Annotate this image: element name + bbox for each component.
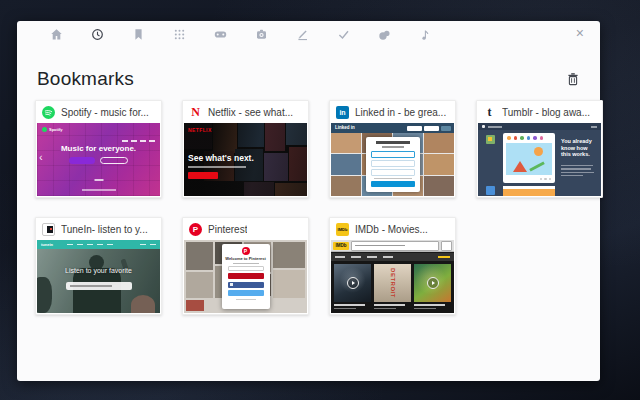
pinterest-logo: P: [242, 247, 250, 255]
tunein-search-bar: [66, 282, 132, 290]
linkedin-logo: Linked in: [335, 125, 355, 130]
pinterest-login-modal: P Welcome to Pinterest: [222, 244, 270, 309]
bookmark-card-tumblr[interactable]: t Tumblr - blog awa... You already know …: [476, 100, 603, 198]
bookmark-title: Netflix - see what...: [208, 107, 293, 118]
imdb-logo: IMDb: [333, 242, 349, 250]
imdb-search-input: [351, 241, 439, 251]
bookmarks-panel: × Bookmarks Spotify - music for... Spoti…: [17, 21, 600, 381]
bookmark-title: Linked in - be grea...: [355, 107, 446, 118]
spotify-footer-line: [82, 189, 116, 191]
tumblr-topbar: [478, 123, 601, 130]
themes-icon[interactable]: [378, 28, 391, 41]
pinterest-twitter-button: [228, 290, 264, 296]
bookmarks-grid: Spotify - music for... Spotify Music for…: [17, 100, 600, 315]
netflix-subtext-line: [188, 166, 246, 168]
netflix-cta-button: [188, 172, 218, 179]
tunein-headline: Listen to your favorite: [37, 267, 160, 274]
tunein-favicon: [42, 223, 55, 236]
tumblr-avatar: [486, 186, 495, 195]
play-icon: [347, 277, 359, 289]
pinterest-email-field: [228, 266, 264, 271]
linkedin-header-bar: Linked in: [331, 123, 454, 133]
netflix-headline: See what's next.: [188, 153, 254, 163]
imdb-poster: [414, 264, 451, 310]
pinterest-login-button: [228, 273, 264, 279]
tumblr-paragraph-lines: [561, 163, 594, 176]
imdb-poster: [334, 264, 371, 310]
tasks-icon[interactable]: [337, 28, 350, 41]
page-title: Bookmarks: [37, 68, 134, 90]
tunein-photo: [37, 249, 160, 313]
edit-icon[interactable]: [296, 28, 309, 41]
top-toolbar: ×: [17, 21, 600, 54]
pinterest-favicon: P: [189, 223, 202, 236]
linkedin-thumbnail: Linked in: [331, 123, 454, 196]
camera-icon[interactable]: [255, 28, 268, 41]
bookmark-title: Pinterest: [208, 224, 247, 235]
music-icon[interactable]: [419, 28, 432, 41]
netflix-thumbnail: NETFLIX See what's next.: [184, 123, 307, 196]
bookmark-card-netflix[interactable]: N Netflix - see what... NETFLIX See what…: [182, 100, 309, 198]
tunein-thumbnail: tunein Listen to your favorite: [37, 240, 160, 313]
tumblr-post-image: [506, 143, 552, 175]
tunein-logo: tunein: [41, 242, 53, 247]
home-icon[interactable]: [50, 28, 63, 41]
bookmark-title: Spotify - music for...: [61, 107, 149, 118]
bookmark-title: IMDb - Movies...: [355, 224, 428, 235]
bookmark-card-pinterest[interactable]: P Pinterest P Welcome to Pinterest: [182, 217, 309, 315]
netflix-favicon: N: [189, 106, 202, 119]
play-icon: [427, 277, 439, 289]
imdb-poster: DETROIT: [374, 264, 411, 310]
spotify-favicon: [42, 106, 55, 119]
linkedin-signup-form: [366, 137, 420, 192]
games-icon[interactable]: [214, 28, 227, 41]
linkedin-join-button: [371, 181, 415, 187]
imdb-favicon: IMDb: [336, 223, 349, 236]
imdb-thumbnail: IMDb DETROIT: [331, 240, 454, 313]
chevron-left-icon: ‹: [39, 152, 43, 163]
imdb-nav-bar: [331, 253, 454, 261]
spotify-pagination: [94, 179, 103, 181]
apps-icon[interactable]: [173, 28, 186, 41]
bookmark-card-linkedin[interactable]: in Linked in - be grea... Linked in: [329, 100, 456, 198]
linkedin-signin-button: [441, 126, 451, 131]
detroit-poster-text: DETROIT: [390, 268, 396, 298]
page-header: Bookmarks: [17, 66, 600, 92]
imdb-search-bar: IMDb: [331, 240, 454, 252]
pinterest-facebook-button: [228, 282, 264, 288]
netflix-logo: NETFLIX: [188, 127, 212, 133]
tunein-header-bar: tunein: [37, 240, 160, 249]
linkedin-favicon: in: [336, 106, 349, 119]
tumblr-favicon: t: [483, 106, 496, 119]
tumblr-headline: You already know how this works.: [561, 138, 596, 158]
close-icon[interactable]: ×: [576, 26, 584, 40]
spotify-headline: Music for everyone.: [37, 144, 160, 153]
imdb-poster-row: DETROIT: [331, 261, 454, 313]
tumblr-thumbnail: You already know how this works.: [478, 123, 601, 196]
spotify-buttons: [37, 157, 160, 164]
bookmark-title: Tumblr - blog awa...: [502, 107, 590, 118]
spotify-logo: Spotify: [42, 127, 63, 132]
bookmark-title: TuneIn- listen to y...: [61, 224, 148, 235]
history-icon[interactable]: [91, 28, 104, 41]
bookmark-card-imdb[interactable]: IMDb IMDb - Movies... IMDb DETROIT: [329, 217, 456, 315]
spotify-thumbnail: Spotify Music for everyone. ‹: [37, 123, 160, 196]
tumblr-next-post: [503, 186, 555, 196]
pinterest-thumbnail: P Welcome to Pinterest: [184, 240, 307, 313]
bookmark-card-tunein[interactable]: TuneIn- listen to y... tunein Listen to …: [35, 217, 162, 315]
pinterest-modal-title: Welcome to Pinterest: [222, 256, 270, 261]
tumblr-post-card: [503, 133, 555, 183]
tumblr-post-type-icons: [503, 133, 555, 142]
trash-icon[interactable]: [566, 72, 580, 86]
tumblr-avatar: [486, 135, 495, 144]
bookmarks-icon[interactable]: [132, 28, 145, 41]
spotify-logo-icon: [42, 127, 47, 132]
bookmark-card-spotify[interactable]: Spotify - music for... Spotify Music for…: [35, 100, 162, 198]
